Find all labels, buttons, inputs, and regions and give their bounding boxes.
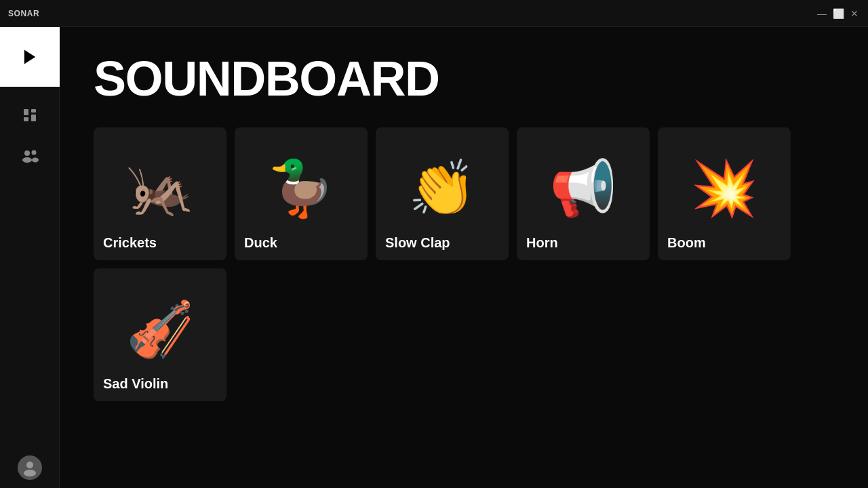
play-button[interactable] (0, 27, 60, 87)
crickets-label: Crickets (103, 235, 157, 251)
svg-rect-2 (31, 109, 36, 113)
duck-icon: 🦆 (267, 161, 335, 216)
sidebar-icons (18, 103, 42, 455)
sound-card-sad-violin[interactable]: 🎻Sad Violin (94, 268, 226, 401)
svg-rect-3 (31, 115, 36, 121)
svg-rect-4 (24, 117, 28, 121)
app-body: SOUNDBOARD 🦗Crickets🦆Duck👏Slow Clap📢Horn… (0, 27, 868, 488)
svg-marker-0 (24, 50, 35, 64)
maximize-button[interactable]: ⬜ (833, 8, 844, 19)
people-icon[interactable] (18, 144, 42, 168)
sidebar (0, 27, 60, 488)
titlebar: SONAR — ⬜ ✕ (0, 0, 868, 27)
svg-point-6 (22, 157, 32, 163)
main-content: SOUNDBOARD 🦗Crickets🦆Duck👏Slow Clap📢Horn… (60, 27, 868, 488)
app-title: SONAR (8, 9, 39, 18)
close-button[interactable]: ✕ (849, 8, 860, 19)
sound-card-slow-clap[interactable]: 👏Slow Clap (376, 127, 509, 260)
sound-card-boom[interactable]: 💥Boom (658, 127, 791, 260)
library-icon[interactable] (18, 103, 42, 127)
play-icon (20, 47, 39, 66)
sound-card-horn[interactable]: 📢Horn (517, 127, 650, 260)
sound-grid: 🦗Crickets🦆Duck👏Slow Clap📢Horn💥Boom🎻Sad V… (94, 127, 834, 401)
svg-point-10 (24, 470, 36, 476)
slow-clap-label: Slow Clap (385, 235, 450, 251)
boom-label: Boom (667, 235, 706, 251)
crickets-icon: 🦗 (126, 161, 194, 216)
horn-label: Horn (526, 235, 558, 251)
svg-point-5 (24, 150, 30, 156)
svg-rect-1 (24, 109, 28, 115)
sad-violin-icon: 🎻 (126, 302, 194, 357)
svg-point-9 (26, 462, 33, 468)
page-title: SOUNDBOARD (94, 54, 834, 103)
sad-violin-label: Sad Violin (103, 376, 168, 392)
boom-icon: 💥 (690, 161, 758, 216)
slow-clap-icon: 👏 (408, 161, 476, 216)
duck-label: Duck (244, 235, 277, 251)
horn-icon: 📢 (549, 161, 617, 216)
svg-point-7 (31, 150, 36, 155)
window-controls: — ⬜ ✕ (816, 8, 860, 19)
sound-card-crickets[interactable]: 🦗Crickets (94, 127, 226, 260)
avatar[interactable] (18, 455, 42, 480)
minimize-button[interactable]: — (816, 8, 827, 19)
svg-point-8 (32, 158, 39, 163)
sound-card-duck[interactable]: 🦆Duck (235, 127, 368, 260)
